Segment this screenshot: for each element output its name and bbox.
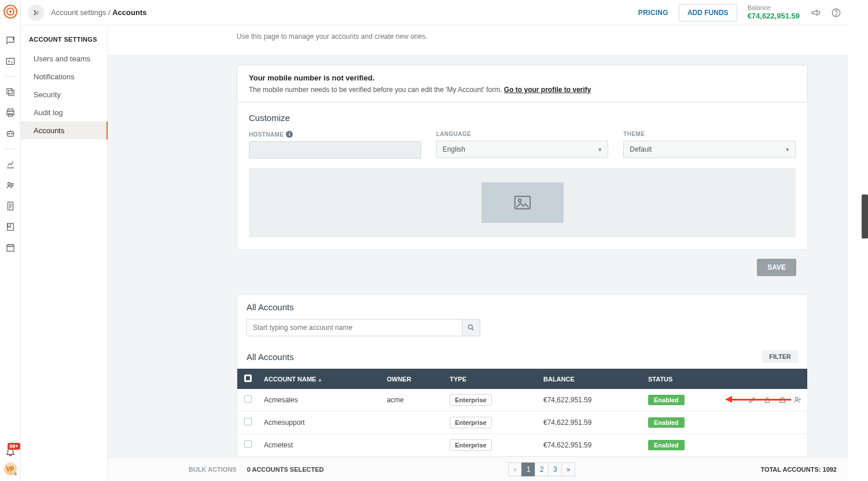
total-accounts: TOTAL ACCOUNTS: 1092: [760, 466, 837, 473]
cell-owner: [381, 412, 444, 434]
cell-name: Acmetest: [258, 434, 381, 457]
svg-rect-18: [7, 245, 14, 251]
cell-status: Enabled: [642, 412, 726, 434]
app-logo[interactable]: [3, 5, 17, 19]
breadcrumb-root[interactable]: Account settings: [51, 8, 106, 17]
bell-icon[interactable]: [778, 396, 786, 404]
print-icon[interactable]: [5, 107, 16, 119]
svg-rect-10: [8, 114, 13, 117]
sidebar-item-security[interactable]: Security: [21, 86, 107, 104]
col-owner[interactable]: OWNER: [381, 369, 444, 389]
page-«[interactable]: «: [508, 462, 522, 476]
filter-button[interactable]: FILTER: [762, 350, 798, 363]
page-»[interactable]: »: [561, 462, 575, 476]
cell-type: Enterprise: [444, 389, 538, 412]
bulk-actions[interactable]: BULK ACTIONS: [189, 466, 237, 473]
notif-badge: 99+: [8, 443, 20, 450]
lock-icon[interactable]: [763, 396, 771, 404]
verify-notice: Your mobile number is not verified. The …: [237, 65, 808, 102]
scrollbar-thumb[interactable]: [862, 194, 868, 238]
sidebar-toggle[interactable]: [28, 5, 44, 21]
pagination: «123»: [509, 462, 575, 476]
analytics-icon[interactable]: [5, 159, 16, 170]
svg-rect-24: [766, 399, 770, 402]
hostname-label: HOSTNAMEi: [249, 131, 421, 138]
svg-rect-5: [6, 58, 14, 65]
cell-owner: acme: [381, 389, 444, 412]
robot-icon[interactable]: [5, 128, 16, 139]
chat-icon[interactable]: [5, 35, 16, 46]
theme-label: THEME: [623, 131, 796, 137]
notifications-icon[interactable]: 99+: [5, 446, 16, 457]
stack-icon[interactable]: [5, 86, 16, 98]
hostname-input[interactable]: [249, 141, 421, 159]
add-funds-button[interactable]: ADD FUNDS: [679, 4, 737, 21]
sidebar-item-auditlog[interactable]: Audit log: [21, 104, 107, 122]
page-1[interactable]: 1: [521, 462, 535, 476]
table-row[interactable]: Acmetest Enterprise €74,622,951.59 Enabl…: [237, 434, 807, 457]
info-icon[interactable]: i: [286, 131, 293, 138]
sidebar-item-accounts[interactable]: Accounts: [21, 122, 107, 139]
search-button[interactable]: [462, 319, 480, 336]
scroll-gutter: [848, 0, 868, 481]
sidebar-title: ACCOUNT SETTINGS: [21, 36, 107, 50]
row-checkbox[interactable]: [244, 440, 252, 448]
edit-icon[interactable]: [748, 396, 756, 404]
language-select[interactable]: English▾: [436, 141, 609, 158]
selection-count: 0 ACCOUNTS SELECTED: [247, 466, 324, 473]
bookmark-icon[interactable]: [5, 221, 16, 233]
main-content: Use this page to manage your accounts an…: [108, 25, 848, 457]
sidebar-item-users[interactable]: Users and teams: [21, 50, 107, 68]
team-icon[interactable]: [5, 179, 16, 191]
svg-rect-11: [7, 131, 13, 136]
balance-amount: €74,622,951.59: [748, 12, 800, 21]
svg-point-2: [9, 10, 11, 13]
verify-link[interactable]: Go to your profile to verify: [504, 86, 591, 94]
notice-text: The mobile number needs to be verified b…: [249, 86, 796, 94]
cell-owner: [381, 434, 444, 457]
svg-point-23: [468, 325, 472, 329]
svg-rect-7: [9, 90, 14, 96]
table-row[interactable]: Acmesales acme Enterprise €74,622,951.59…: [237, 389, 807, 412]
theme-select[interactable]: Default▾: [623, 141, 796, 158]
doc-icon[interactable]: [5, 200, 16, 212]
balance-display: Balance €74,622,951.59: [748, 4, 800, 21]
cell-balance: €74,622,951.59: [538, 434, 642, 457]
pricing-link[interactable]: PRICING: [638, 9, 668, 17]
customize-heading: Customize: [249, 113, 796, 123]
help-icon[interactable]: [831, 8, 841, 18]
footer-bar: BULK ACTIONS 0 ACCOUNTS SELECTED «123» T…: [108, 457, 848, 481]
accounts-section: All Accounts All Accounts FILTER ACCOUNT…: [237, 295, 808, 457]
page-3[interactable]: 3: [548, 462, 562, 476]
cell-type: Enterprise: [444, 434, 538, 457]
table-heading: All Accounts: [247, 352, 294, 362]
announce-icon[interactable]: [810, 8, 821, 18]
add-user-icon[interactable]: [793, 396, 801, 404]
sidebar-item-notifications[interactable]: Notifications: [21, 68, 107, 86]
col-balance[interactable]: BALANCE: [538, 369, 642, 389]
cell-balance: €74,622,951.59: [538, 412, 642, 434]
col-type[interactable]: TYPE: [444, 369, 538, 389]
logo-upload-area[interactable]: [249, 168, 796, 237]
col-account-name[interactable]: ACCOUNT NAME▲: [258, 369, 381, 389]
cell-type: Enterprise: [444, 412, 538, 434]
terminal-icon[interactable]: [5, 56, 16, 67]
table-row[interactable]: Acmesupport Enterprise €74,622,951.59 En…: [237, 412, 807, 434]
chevron-down-icon: ▾: [786, 146, 789, 153]
breadcrumb-current: Accounts: [112, 8, 146, 17]
svg-point-22: [518, 199, 521, 202]
col-status[interactable]: STATUS: [642, 369, 726, 389]
cell-name: Acmesales: [258, 389, 381, 412]
customize-panel: Customize HOSTNAMEi LANGUAGE English▾ TH…: [237, 102, 808, 249]
sort-asc-icon: ▲: [317, 377, 322, 383]
language-label: LANGUAGE: [436, 131, 609, 137]
row-checkbox[interactable]: [244, 395, 252, 403]
save-button[interactable]: SAVE: [757, 259, 796, 276]
select-all-checkbox[interactable]: [244, 374, 252, 382]
account-search-input[interactable]: [247, 319, 462, 336]
calendar-icon[interactable]: [5, 242, 16, 254]
svg-point-12: [9, 133, 10, 134]
user-avatar[interactable]: VP: [4, 462, 17, 475]
page-2[interactable]: 2: [535, 462, 549, 476]
row-checkbox[interactable]: [244, 418, 252, 425]
